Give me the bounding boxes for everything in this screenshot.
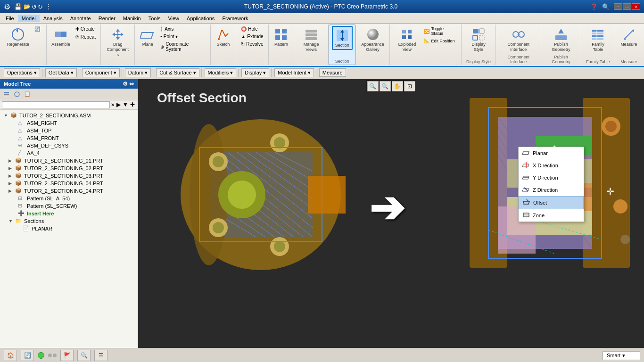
repeat-label: Repeat [81,34,96,40]
tree-item-root[interactable]: ▼ 📦 TUTOR_2_SECTIONING.ASM [0,112,138,119]
menu-render[interactable]: Render [95,15,119,22]
dropdown-zone[interactable]: Zone [519,209,584,222]
assemble-button[interactable]: Assemble [49,25,73,49]
sidebar-tb-btn3[interactable]: 📋 [23,90,32,99]
display-style-button[interactable]: Display Style [464,25,493,54]
dropdown-offset[interactable]: Offset [519,196,584,209]
regenerate-sub-btn[interactable]: 🔄 [33,25,43,33]
search-icon[interactable]: 🔍 [602,3,610,10]
measure-toolbar-dropdown[interactable]: Measure [319,68,346,77]
operations-dropdown[interactable]: Operations ▾ [4,68,40,77]
tree-item-insert[interactable]: ▶ ➕ Insert Here [0,210,138,217]
zoom-in-btn[interactable]: 🔍 [380,81,391,91]
manage-views-button[interactable]: Manage Views [297,25,325,54]
tree-item-asm-top[interactable]: ▶ △ ASM_TOP [0,127,138,134]
exploded-items: Exploded View 🔀 Toggle Status 📐 Edit Pos… [393,25,458,63]
create-btn[interactable]: ✚ Create [74,25,98,33]
component-dropdown[interactable]: Component ▾ [82,68,120,77]
pattern-button[interactable]: Pattern [271,25,291,49]
section-button[interactable]: Section [332,26,353,50]
sidebar-tb-btn1[interactable] [2,90,11,99]
close-btn[interactable]: ✕ [632,3,640,10]
family-table-button[interactable]: Family Table [584,25,612,54]
tree-label-planar: PLANAR [32,226,52,231]
help-icon[interactable]: ❓ [590,3,598,10]
measure-button[interactable]: Measure [618,25,639,49]
menu-manikin[interactable]: Manikin [119,15,145,22]
search-clear-icon[interactable]: ✕ [110,102,116,107]
menu-view[interactable]: View [164,15,183,22]
modifiers-dropdown[interactable]: Modifiers ▾ [205,68,237,77]
tree-item-prt04b[interactable]: ▶ 📦 TUTOR_2_SECTIONING_04.PRT [0,187,138,195]
menu-analysis[interactable]: Analysis [40,15,66,22]
tree-item-sections[interactable]: ▼ 📁 Sections [0,217,138,225]
menu-file[interactable]: File [2,15,18,22]
status-home-btn[interactable]: 🏠 [4,350,17,361]
drag-button[interactable]: Drag Components [104,25,132,58]
coord-btn[interactable]: ⊕ Coordinate System [158,41,207,53]
extrude-btn[interactable]: ▲ Extrude [239,33,265,40]
folder-icon[interactable]: 📂 [24,3,31,10]
menu-tools[interactable]: Tools [145,15,165,22]
menu-annotate[interactable]: Annotate [66,15,95,22]
menu-applications[interactable]: Applications [183,15,218,22]
tree-item-prt03[interactable]: ▶ 📦 TUTOR_2_SECTIONING_03.PRT [0,172,138,180]
datum-dropdown[interactable]: Datum ▾ [125,68,151,77]
minimize-btn[interactable]: ─ [614,3,622,10]
tree-item-asm-def-csys[interactable]: ▶ ⊕ ASM_DEF_CSYS [0,142,138,149]
status-flag-btn[interactable]: 🚩 [60,350,74,361]
fit-btn[interactable]: ⊡ [404,81,415,91]
revolve-btn[interactable]: ↻ Revolve [239,41,265,48]
status-refresh-btn[interactable]: 🔄 [21,350,34,361]
exploded-button[interactable]: Exploded View [393,25,421,54]
tree-item-asm-front[interactable]: ▶ △ ASM_FRONT [0,134,138,142]
tree-item-prt02[interactable]: ▶ 📦 TUTOR_2_SECTIONING_02.PRT [0,165,138,172]
menu-model[interactable]: Model [18,15,40,22]
ribbon-group-section: Section Section [329,25,356,65]
sidebar-settings-icon[interactable]: ⚙ [123,81,128,87]
smart-selector-dropdown[interactable]: Smart ▾ [603,351,640,360]
dropdown-z-direction[interactable]: Z Direction [519,184,584,196]
status-search-btn[interactable]: 🔍 [77,350,91,361]
tree-item-pattern1[interactable]: ▶ ⊞ Pattern (SL_A_54) [0,195,138,202]
search-input[interactable] [2,101,110,108]
tree-item-prt01[interactable]: ▶ 📦 TUTOR_2_SECTIONING_01.PRT [0,157,138,165]
hole-btn[interactable]: ⭕ Hole [239,25,265,33]
zoom-out-btn[interactable]: 🔍 [367,81,379,91]
undo-btn[interactable]: ↺ [32,3,37,10]
tree-item-pattern2[interactable]: ▶ ⊞ Pattern (SL_SCREW) [0,202,138,210]
add-item-icon[interactable]: ✚ [129,101,136,108]
redo-btn[interactable]: ↻ [38,3,43,10]
sketch-button[interactable]: Sketch [214,25,233,49]
publish-geometry-button[interactable]: Publish Geometry [547,25,575,54]
sidebar-tb-btn2[interactable] [12,90,22,99]
get-data-dropdown[interactable]: Get Data ▾ [45,68,77,77]
menu-framework[interactable]: Framework [218,15,252,22]
plane-button[interactable]: Plane [138,25,157,49]
dropdown-y-direction[interactable]: Y Direction [519,172,584,184]
edit-position-btn[interactable]: 📐 Edit Position [422,37,458,44]
search-go-icon[interactable]: ▶ [116,101,122,108]
dropdown-x-direction[interactable]: X Direction [519,159,584,172]
tree-item-asm-right[interactable]: ▶ △ ASM_RIGHT [0,119,138,127]
pan-btn[interactable]: ✋ [392,81,403,91]
model-intent-dropdown[interactable]: Model Intent ▾ [274,68,314,77]
tree-item-aa4[interactable]: ▶ ╱ AA_4 [0,149,138,157]
axis-btn[interactable]: ╎ Axis [158,25,207,33]
appearance-button[interactable]: Appearance Gallery [359,25,387,54]
save-btn[interactable]: 💾 [13,3,23,10]
maximize-btn[interactable]: □ [623,3,631,10]
toggle-status-btn[interactable]: 🔀 Toggle Status [422,25,458,37]
component-interface-button[interactable]: Component Interface [504,25,533,54]
tree-item-prt04a[interactable]: ▶ 📦 TUTOR_2_SECTIONING_04.PRT [0,180,138,187]
repeat-btn[interactable]: ⟳ Repeat [74,33,98,41]
status-list-btn[interactable]: ☰ [94,350,107,361]
tree-item-planar[interactable]: ▶ 📄 PLANAR [0,225,138,232]
point-btn[interactable]: • Point ▾ [158,33,207,40]
search-filter-icon[interactable]: ▼ [122,101,129,108]
cut-surface-dropdown[interactable]: Cut & Surface ▾ [156,68,199,77]
sidebar-resize-icon[interactable]: ⇔ [129,81,134,87]
regenerate-button[interactable]: Regenerate [5,25,32,49]
display-dropdown[interactable]: Display ▾ [241,68,269,77]
dropdown-planar[interactable]: Planar [519,147,584,159]
